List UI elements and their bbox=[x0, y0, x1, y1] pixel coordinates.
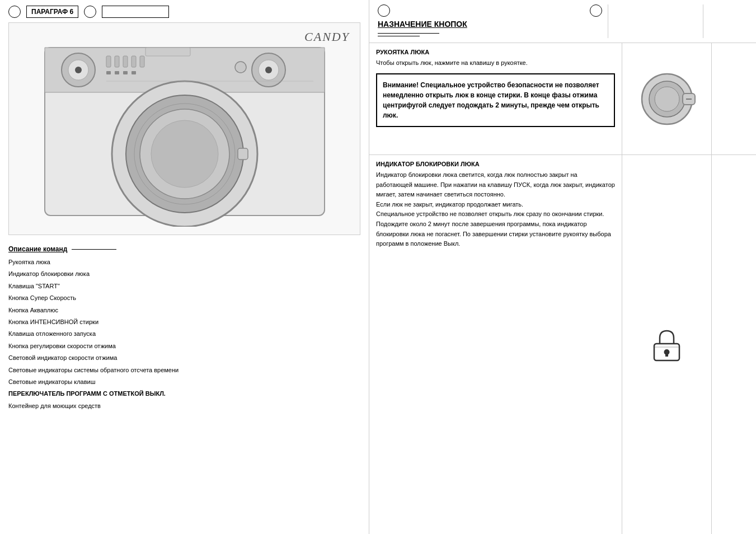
paragraph-label: ПАРАГРАФ 6 bbox=[26, 6, 78, 18]
command-item: Клавиша отложенного запуска bbox=[8, 328, 360, 340]
header-line-box bbox=[102, 6, 169, 18]
command-item: Световой индикатор скорости отжима bbox=[8, 352, 360, 364]
door-handle-svg bbox=[633, 71, 701, 127]
svg-point-16 bbox=[265, 67, 272, 73]
right-header-line-1 bbox=[378, 33, 439, 34]
svg-point-28 bbox=[655, 87, 679, 111]
svg-rect-13 bbox=[132, 71, 136, 74]
svg-rect-33 bbox=[665, 352, 668, 357]
svg-point-22 bbox=[151, 120, 218, 188]
svg-rect-23 bbox=[238, 148, 248, 160]
svg-rect-9 bbox=[140, 56, 144, 67]
section2-heading: ИНДИКАТОР БЛОКИРОВКИ ЛЮКА bbox=[376, 161, 615, 167]
section1-text-area: РУКОЯТКА ЛЮКА Чтобы открыть люк, нажмите… bbox=[369, 43, 622, 154]
command-item: Индикатор блокировки люка bbox=[8, 268, 360, 280]
section2-text-area: ИНДИКАТОР БЛОКИРОВКИ ЛЮКА Индикатор блок… bbox=[369, 155, 622, 534]
command-item: ПЕРЕКЛЮЧАТЕЛЬ ПРОГРАММ С ОТМЕТКОЙ ВЫКЛ. bbox=[8, 388, 360, 400]
right-header-side bbox=[608, 4, 697, 38]
svg-rect-12 bbox=[123, 71, 128, 74]
section1-extra bbox=[711, 43, 756, 154]
command-item: Кнопка Супер Скорость bbox=[8, 292, 360, 304]
command-item: Контейнер для моющих средств bbox=[8, 400, 360, 412]
left-header: ПАРАГРАФ 6 bbox=[8, 6, 360, 18]
svg-rect-8 bbox=[132, 56, 136, 67]
right-header-line-2 bbox=[378, 36, 420, 36]
section2-extra bbox=[711, 155, 756, 534]
svg-rect-6 bbox=[115, 56, 119, 67]
right-header-extra bbox=[703, 4, 748, 38]
command-item: Кнопка Акваплюс bbox=[8, 305, 360, 316]
command-item: Световые индикаторы клавиш bbox=[8, 376, 360, 388]
svg-rect-7 bbox=[123, 56, 128, 67]
svg-point-4 bbox=[75, 67, 82, 73]
section1-image bbox=[622, 43, 711, 154]
section1-text: Чтобы открыть люк, нажмите на клавишу в … bbox=[376, 58, 615, 68]
right-circle-icon-1 bbox=[378, 4, 390, 17]
command-item: Рукоятка люка bbox=[8, 256, 360, 268]
left-column: ПАРАГРАФ 6 CANDY bbox=[0, 0, 369, 534]
svg-rect-10 bbox=[106, 71, 111, 74]
command-item: Клавиша "START" bbox=[8, 280, 360, 292]
commands-underline bbox=[72, 249, 116, 250]
warning-text: Внимание! Специальное устройство безопас… bbox=[383, 80, 608, 120]
circle-icon-1 bbox=[8, 6, 21, 18]
commands-title-text: Описание команд bbox=[8, 245, 67, 253]
commands-section: Описание команд Рукоятка люкаИндикатор б… bbox=[8, 241, 360, 412]
circle-icon-2 bbox=[84, 6, 96, 18]
right-circle-icon-2 bbox=[590, 4, 602, 17]
command-item: Световые индикаторы системы обратного от… bbox=[8, 364, 360, 376]
commands-title: Описание команд bbox=[8, 245, 360, 253]
section1-heading: РУКОЯТКА ЛЮКА bbox=[376, 49, 615, 55]
command-item: Кнопка регулировки скорости отжима bbox=[8, 340, 360, 352]
svg-point-17 bbox=[235, 62, 246, 73]
section2-image bbox=[622, 155, 711, 534]
right-column: НАЗНАЧЕНИЕ КНОПОК РУКОЯТКА ЛЮКА Чтобы от… bbox=[369, 0, 756, 534]
command-item: Кнопка ИНТЕНСИВНОЙ стирки bbox=[8, 316, 360, 328]
machine-illustration: CANDY bbox=[8, 22, 360, 235]
section2-text: Индикатор блокировки люка светится, когд… bbox=[376, 170, 615, 249]
svg-rect-5 bbox=[106, 56, 111, 67]
candy-logo: CANDY bbox=[304, 30, 350, 44]
warning-box: Внимание! Специальное устройство безопас… bbox=[376, 73, 615, 127]
right-title: НАЗНАЧЕНИЕ КНОПОК bbox=[378, 19, 602, 30]
lock-svg bbox=[651, 328, 682, 362]
svg-rect-11 bbox=[115, 71, 119, 74]
svg-rect-24 bbox=[145, 48, 190, 56]
machine-svg bbox=[34, 31, 336, 227]
commands-list: Рукоятка люкаИндикатор блокировки люкаКл… bbox=[8, 256, 360, 412]
